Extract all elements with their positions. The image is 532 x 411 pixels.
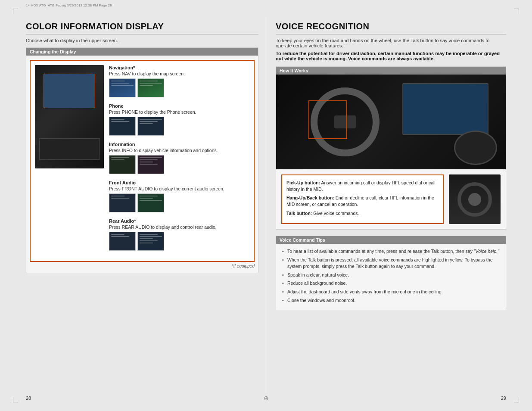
car-interior-image <box>35 65 104 168</box>
pickup-button-desc: Pick-Up button: Answer an incoming call … <box>286 180 439 192</box>
phone-thumb-right <box>137 117 164 136</box>
voice-warning: To reduce the potential for driver distr… <box>276 51 506 61</box>
display-item-phone: Phone Press PHONE to display the Phone s… <box>109 103 249 136</box>
changing-display-header: Changing the Display <box>26 48 258 56</box>
display-items: Navigation* Press NAV to display the map… <box>109 65 249 257</box>
controls-inner-circle <box>468 193 481 206</box>
display-item-front-audio: Front Audio Press FRONT AUDIO to display… <box>109 180 249 212</box>
changing-display-section: Changing the Display <box>26 47 258 273</box>
rear-audio-desc: Press REAR AUDIO to display and control … <box>109 224 249 230</box>
front-audio-thumbs <box>109 193 249 212</box>
phone-desc: Press PHONE to display the Phone screen. <box>109 109 249 115</box>
corner-tr <box>514 9 519 14</box>
nav-desc: Press NAV to display the map screen. <box>109 71 249 76</box>
tip-3: Speak in a clear, natural voice. <box>281 272 501 278</box>
display-item-rear-audio: Rear Audio* Press REAR AUDIO to display … <box>109 218 249 251</box>
rear-audio-title: Rear Audio* <box>109 218 249 224</box>
tips-body: To hear a list of available commands at … <box>276 244 506 310</box>
voice-command-tips-section: Voice Command Tips To hear a list of ava… <box>276 236 506 310</box>
rear-thumb-left <box>109 232 136 251</box>
tip-4: Reduce all background noise. <box>281 280 501 286</box>
display-item-navigation: Navigation* Press NAV to display the map… <box>109 65 249 97</box>
left-section-title: COLOR INFORMATION DISPLAY <box>26 22 258 34</box>
display-item-information: Information Press INFO to display vehicl… <box>109 142 249 174</box>
page-number-left: 28 <box>26 395 31 401</box>
changing-display-body: Navigation* Press NAV to display the map… <box>26 56 258 273</box>
steering-buttons <box>454 131 497 165</box>
controls-sim <box>39 138 100 160</box>
talk-button-label: Talk button: <box>286 211 312 216</box>
steering-wheel <box>311 87 380 156</box>
nav-title: Navigation* <box>109 65 249 70</box>
page-wrapper: 14 MDX ATG_ATG Facing 3/29/2013 12:38 PM… <box>0 0 532 411</box>
car-sim <box>35 65 104 168</box>
tips-header: Voice Command Tips <box>276 236 506 244</box>
voice-intro: To keep your eyes on the road and hands … <box>276 38 506 48</box>
center-line <box>266 17 266 394</box>
how-it-works-header: How It Works <box>276 67 506 75</box>
info-thumb-right <box>137 155 164 174</box>
hangup-button-label: Hang-Up/Back button: <box>286 195 334 200</box>
nav-thumb-left <box>109 78 136 97</box>
steering-center <box>334 115 356 128</box>
buttons-detail-box: Pick-Up button: Answer an incoming call … <box>281 174 444 224</box>
pickup-button-label: Pick-Up button: <box>286 180 320 185</box>
nav-thumb-right <box>137 78 164 97</box>
right-section-title: VOICE RECOGNITION <box>276 22 506 34</box>
right-column: VOICE RECOGNITION To keep your eyes on t… <box>276 22 506 310</box>
talk-button-desc: Talk button: Give voice commands. <box>286 210 439 217</box>
phone-thumbs <box>109 117 249 136</box>
controls-image-sim <box>449 174 501 224</box>
audio-thumb-left <box>109 193 136 212</box>
talk-button-text: Give voice commands. <box>313 211 359 216</box>
nav-thumbs <box>109 78 249 97</box>
tip-6: Close the windows and moonroof. <box>281 297 501 304</box>
info-thumb-left <box>109 155 136 174</box>
info-title: Information <box>109 142 249 147</box>
upper-screen-sim <box>44 74 95 108</box>
steering-image <box>276 75 506 169</box>
audio-thumb-right <box>137 193 164 212</box>
how-it-works-body: Pick-Up button: Answer an incoming call … <box>276 75 506 229</box>
display-box: Navigation* Press NAV to display the map… <box>30 60 255 262</box>
tips-list: To hear a list of available commands at … <box>281 248 501 303</box>
tip-2: When the Talk button is pressed, all ava… <box>281 257 501 269</box>
corner-bl <box>13 397 18 402</box>
left-column: COLOR INFORMATION DISPLAY Choose what to… <box>26 22 258 310</box>
controls-circle <box>457 182 492 217</box>
page-number-right: 29 <box>501 395 506 401</box>
left-section-intro: Choose what to display in the upper scre… <box>26 38 258 43</box>
tip-1: To hear a list of available commands at … <box>281 248 501 255</box>
info-thumbs <box>109 155 249 174</box>
info-desc: Press INFO to display vehicle informatio… <box>109 148 249 153</box>
crosshair-bottom <box>264 395 269 402</box>
corner-tl <box>13 9 18 14</box>
dashboard-screen <box>402 83 488 135</box>
tip-5: Adjust the dashboard and side vents away… <box>281 289 501 295</box>
controls-inner <box>449 174 501 224</box>
how-it-works-desc: Pick-Up button: Answer an incoming call … <box>276 169 506 229</box>
corner-br <box>514 397 519 402</box>
if-equipped-footnote: *if equipped <box>30 264 255 268</box>
rear-thumb-right <box>137 232 164 251</box>
phone-thumb-left <box>109 117 136 136</box>
print-info: 14 MDX ATG_ATG Facing 3/29/2013 12:38 PM… <box>26 3 112 7</box>
rear-audio-thumbs <box>109 232 249 251</box>
how-it-works-section: How It Works <box>276 66 506 230</box>
front-audio-desc: Press FRONT AUDIO to display the current… <box>109 186 249 191</box>
phone-title: Phone <box>109 103 249 109</box>
front-audio-title: Front Audio <box>109 180 249 185</box>
hangup-button-desc: Hang-Up/Back button: End or decline a ca… <box>286 195 439 207</box>
